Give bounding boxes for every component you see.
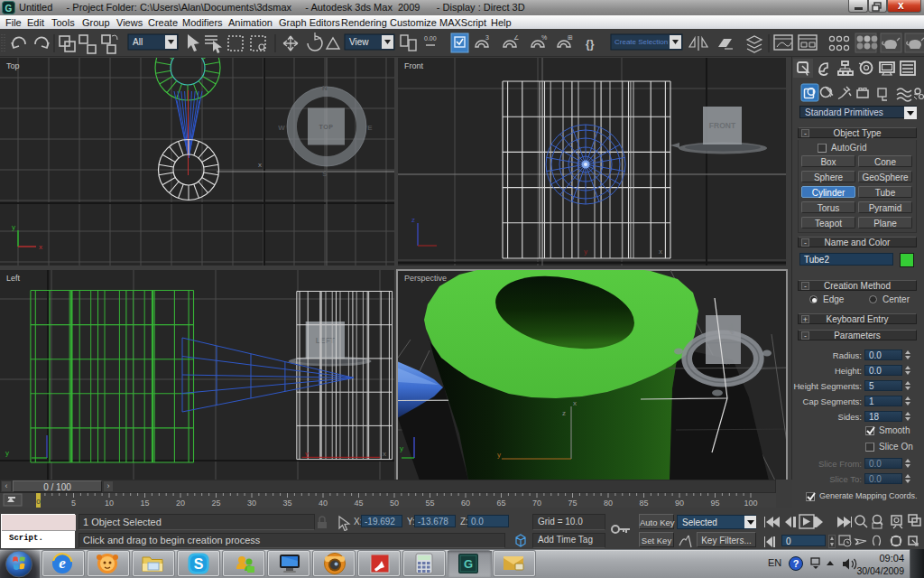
svg-text:?: ?: [793, 558, 799, 569]
svg-text:S: S: [194, 556, 204, 572]
svg-text:G: G: [464, 557, 473, 571]
svg-text:e: e: [59, 555, 66, 572]
